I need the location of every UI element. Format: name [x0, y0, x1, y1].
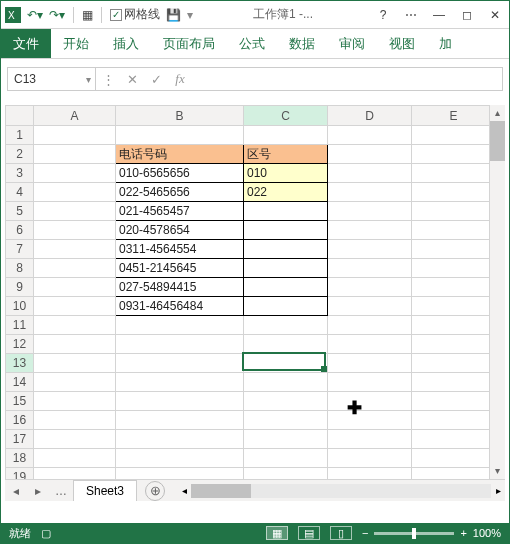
- cell[interactable]: [34, 335, 116, 354]
- view-normal-button[interactable]: ▦: [266, 526, 288, 540]
- cell[interactable]: [412, 468, 490, 480]
- row-header[interactable]: 10: [6, 297, 34, 316]
- cell[interactable]: [412, 164, 490, 183]
- cell[interactable]: [244, 240, 328, 259]
- cell[interactable]: 021-4565457: [116, 202, 244, 221]
- cell[interactable]: [328, 468, 412, 480]
- cell[interactable]: [412, 183, 490, 202]
- zoom-control[interactable]: − + 100%: [362, 527, 501, 539]
- row-header[interactable]: 13: [6, 354, 34, 373]
- zoom-level[interactable]: 100%: [473, 527, 501, 539]
- cell[interactable]: [328, 354, 412, 373]
- cell[interactable]: [244, 202, 328, 221]
- gridlines-checkbox[interactable]: ✓网格线: [110, 6, 160, 23]
- cell[interactable]: [412, 335, 490, 354]
- cell[interactable]: [328, 202, 412, 221]
- select-all-corner[interactable]: [6, 106, 34, 126]
- cell[interactable]: [34, 411, 116, 430]
- cell[interactable]: [328, 145, 412, 164]
- cell[interactable]: [412, 202, 490, 221]
- row-header[interactable]: 6: [6, 221, 34, 240]
- cell[interactable]: 010-6565656: [116, 164, 244, 183]
- zoom-in-button[interactable]: +: [460, 527, 466, 539]
- cell[interactable]: 0311-4564554: [116, 240, 244, 259]
- cell[interactable]: [328, 373, 412, 392]
- cell[interactable]: 022-5465656: [116, 183, 244, 202]
- cell[interactable]: [244, 297, 328, 316]
- cell[interactable]: 0451-2145645: [116, 259, 244, 278]
- redo-icon[interactable]: ↷▾: [49, 8, 65, 22]
- sheet-nav-more[interactable]: …: [49, 484, 73, 498]
- cell[interactable]: [116, 392, 244, 411]
- cell[interactable]: [34, 449, 116, 468]
- cell[interactable]: 027-54894415: [116, 278, 244, 297]
- cell[interactable]: [244, 126, 328, 145]
- cell[interactable]: [34, 145, 116, 164]
- sheet-nav-next-icon[interactable]: ▸: [27, 484, 49, 498]
- maximize-button[interactable]: ◻: [457, 8, 477, 22]
- cell[interactable]: [244, 221, 328, 240]
- cell[interactable]: [34, 354, 116, 373]
- cell[interactable]: [244, 259, 328, 278]
- row-header[interactable]: 16: [6, 411, 34, 430]
- cell[interactable]: [244, 354, 328, 373]
- sheet-nav-prev-icon[interactable]: ◂: [5, 484, 27, 498]
- cell[interactable]: 010: [244, 164, 328, 183]
- cell[interactable]: [328, 430, 412, 449]
- cell[interactable]: 022: [244, 183, 328, 202]
- horizontal-scrollbar[interactable]: ◂ ▸: [177, 484, 505, 498]
- cell[interactable]: [244, 411, 328, 430]
- hscroll-left-icon[interactable]: ◂: [177, 484, 191, 498]
- cell[interactable]: [328, 411, 412, 430]
- scroll-thumb[interactable]: [490, 121, 505, 161]
- row-header[interactable]: 9: [6, 278, 34, 297]
- cell[interactable]: [244, 468, 328, 480]
- zoom-slider[interactable]: [374, 532, 454, 535]
- row-header[interactable]: 15: [6, 392, 34, 411]
- cell[interactable]: [412, 126, 490, 145]
- cell[interactable]: [412, 354, 490, 373]
- cell[interactable]: [412, 316, 490, 335]
- cell[interactable]: [34, 259, 116, 278]
- cell[interactable]: [412, 259, 490, 278]
- cell[interactable]: [34, 297, 116, 316]
- undo-icon[interactable]: ↶▾: [27, 8, 43, 22]
- cell[interactable]: [34, 278, 116, 297]
- cell[interactable]: [116, 449, 244, 468]
- cell[interactable]: [34, 240, 116, 259]
- cell[interactable]: [412, 392, 490, 411]
- cell[interactable]: [116, 430, 244, 449]
- help-icon[interactable]: ?: [373, 8, 393, 22]
- row-header[interactable]: 2: [6, 145, 34, 164]
- cell[interactable]: [412, 449, 490, 468]
- row-header[interactable]: 11: [6, 316, 34, 335]
- vertical-scrollbar[interactable]: ▴ ▾: [489, 105, 505, 479]
- cell[interactable]: [34, 316, 116, 335]
- cell[interactable]: [116, 373, 244, 392]
- tab-home[interactable]: 开始: [51, 29, 101, 58]
- scroll-up-icon[interactable]: ▴: [490, 105, 505, 121]
- cell[interactable]: [412, 411, 490, 430]
- zoom-out-button[interactable]: −: [362, 527, 368, 539]
- record-macro-icon[interactable]: ▢: [41, 527, 51, 540]
- tab-file[interactable]: 文件: [1, 29, 51, 58]
- cell[interactable]: [34, 430, 116, 449]
- cell[interactable]: [244, 373, 328, 392]
- cell[interactable]: [412, 430, 490, 449]
- tab-addins[interactable]: 加: [427, 29, 464, 58]
- close-button[interactable]: ✕: [485, 8, 505, 22]
- save-icon[interactable]: 💾: [166, 8, 181, 22]
- cell[interactable]: [244, 335, 328, 354]
- row-header[interactable]: 19: [6, 468, 34, 480]
- row-header[interactable]: 3: [6, 164, 34, 183]
- cell[interactable]: 0931-46456484: [116, 297, 244, 316]
- cell[interactable]: [34, 164, 116, 183]
- cell[interactable]: [328, 164, 412, 183]
- row-header[interactable]: 1: [6, 126, 34, 145]
- scroll-down-icon[interactable]: ▾: [490, 463, 505, 479]
- cell[interactable]: [34, 126, 116, 145]
- cell[interactable]: [328, 449, 412, 468]
- row-header[interactable]: 12: [6, 335, 34, 354]
- cell[interactable]: [34, 468, 116, 480]
- cell[interactable]: [116, 354, 244, 373]
